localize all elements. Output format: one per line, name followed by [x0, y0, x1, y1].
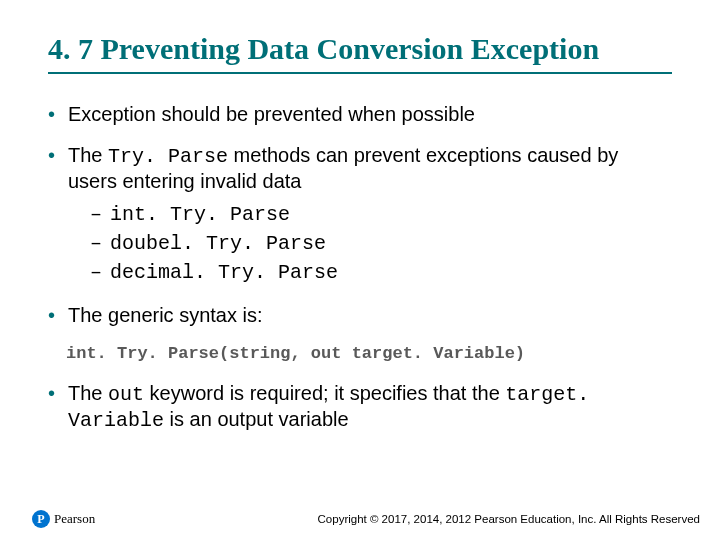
inline-code: out [108, 383, 144, 406]
bullet-list: The out keyword is required; it specifie… [48, 381, 672, 433]
bullet-item: Exception should be prevented when possi… [48, 102, 672, 127]
copyright-text: Copyright © 2017, 2014, 2012 Pearson Edu… [318, 513, 700, 525]
inline-code: Try. Parse [108, 145, 228, 168]
bullet-text: is an output variable [164, 408, 349, 430]
code-snippet: int. Try. Parse(string, out target. Vari… [66, 344, 672, 363]
sub-bullet-item: int. Try. Parse [68, 200, 672, 229]
slide-title: 4. 7 Preventing Data Conversion Exceptio… [48, 32, 672, 74]
sub-bullet-list: int. Try. Parse doubel. Try. Parse decim… [68, 200, 672, 287]
sub-bullet-item: doubel. Try. Parse [68, 229, 672, 258]
footer: P Pearson Copyright © 2017, 2014, 2012 P… [0, 510, 720, 528]
bullet-item: The generic syntax is: [48, 303, 672, 328]
bullet-text: The [68, 382, 108, 404]
logo-mark-icon: P [32, 510, 50, 528]
bullet-list: Exception should be prevented when possi… [48, 102, 672, 328]
sub-bullet-item: decimal. Try. Parse [68, 258, 672, 287]
bullet-text: The [68, 144, 108, 166]
logo-text: Pearson [54, 511, 95, 527]
logo-letter: P [37, 513, 44, 525]
brand-logo: P Pearson [32, 510, 95, 528]
bullet-item: The Try. Parse methods can prevent excep… [48, 143, 672, 287]
bullet-text: keyword is required; it specifies that t… [144, 382, 505, 404]
bullet-item: The out keyword is required; it specifie… [48, 381, 672, 433]
